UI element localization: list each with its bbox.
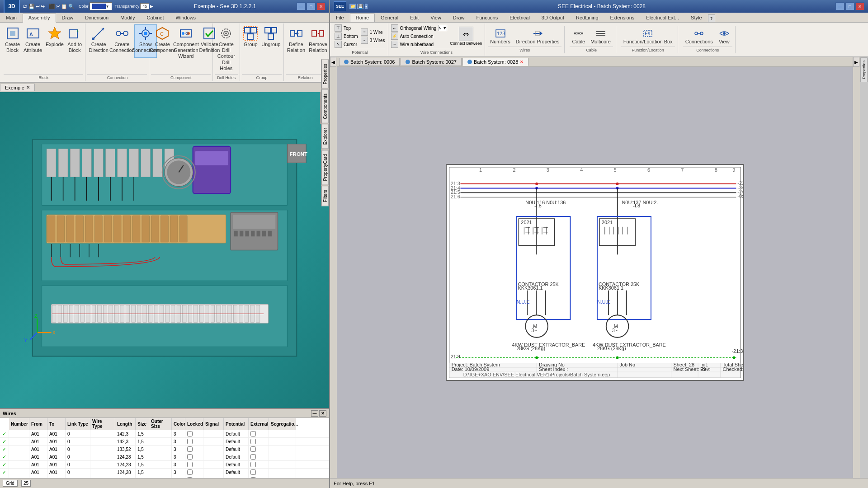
explorer-tab[interactable]: Explorer bbox=[321, 124, 329, 149]
create-connection-button[interactable]: Create Connection bbox=[111, 24, 133, 58]
toolbar-icon[interactable]: 🗂 bbox=[23, 4, 28, 9]
3d-viewport[interactable]: FRONT X Z Y ⊕ ⊞ bbox=[0, 92, 329, 408]
external-checkbox[interactable] bbox=[250, 431, 256, 436]
right-toolbar-expand[interactable]: ▼ bbox=[364, 3, 368, 9]
components-tab[interactable]: Components bbox=[321, 89, 329, 123]
ungroup-button[interactable]: Ungroup bbox=[260, 24, 282, 58]
external-checkbox[interactable] bbox=[250, 446, 256, 452]
create-direction-button[interactable]: Create Direction bbox=[87, 24, 109, 58]
max-button[interactable]: □ bbox=[307, 2, 316, 10]
wire-table-min[interactable]: — bbox=[311, 410, 318, 417]
properties-tab[interactable]: Properties bbox=[321, 60, 329, 89]
right-toolbar-icon2[interactable]: 💾 bbox=[357, 3, 364, 9]
remove-relation-button[interactable]: Remove Relation bbox=[307, 24, 329, 58]
help-icon[interactable]: ? bbox=[708, 14, 715, 23]
toolbar-icon6[interactable]: ✂ bbox=[56, 4, 60, 9]
connect-between-button[interactable]: ⇔ Connect Between bbox=[450, 27, 482, 46]
bottom-button[interactable]: ⊥ Bottom bbox=[335, 33, 358, 40]
tab-modify[interactable]: Modify bbox=[114, 14, 141, 22]
connections-button[interactable]: Connections bbox=[683, 27, 715, 46]
cable-button[interactable]: Cable bbox=[570, 27, 587, 46]
func-loc-box-button[interactable]: F/L Function/Location Box bbox=[621, 27, 675, 46]
add-to-block-button[interactable]: + Add to Block bbox=[66, 24, 84, 58]
external-checkbox[interactable] bbox=[250, 469, 256, 475]
toolbar-icon5[interactable]: ⬛ bbox=[49, 4, 55, 9]
explode-button[interactable]: Explode bbox=[44, 24, 65, 58]
tab-home[interactable]: Home bbox=[350, 14, 375, 23]
grid-button[interactable]: Grid bbox=[3, 480, 18, 487]
tab-draw[interactable]: Draw bbox=[56, 14, 80, 22]
external-checkbox[interactable] bbox=[250, 462, 256, 467]
min-button[interactable]: — bbox=[297, 2, 306, 10]
external-checkbox[interactable] bbox=[250, 439, 256, 444]
external-checkbox[interactable] bbox=[250, 454, 256, 460]
cursor-button[interactable]: ↖ Cursor bbox=[335, 41, 358, 48]
3wires-button[interactable]: ≡ 3 Wires bbox=[361, 37, 385, 44]
propertycard-tab[interactable]: PropertyCard bbox=[321, 150, 329, 185]
toolbar-icon4[interactable]: ↪ bbox=[41, 4, 45, 9]
locked-checkbox[interactable] bbox=[187, 454, 193, 460]
tab-general[interactable]: General bbox=[375, 14, 404, 22]
tab-draw[interactable]: Draw bbox=[447, 14, 471, 22]
filters-tab[interactable]: Filters bbox=[321, 186, 329, 206]
create-drill-button[interactable]: Create Drill Contour Drill Holes bbox=[215, 24, 237, 73]
create-attribute-button[interactable]: A Create Attribute bbox=[22, 24, 43, 58]
define-relation-button[interactable]: Define Relation bbox=[286, 24, 307, 58]
toolbar-icon8[interactable]: 🔍 bbox=[68, 4, 75, 9]
close-button[interactable]: ✕ bbox=[316, 2, 326, 10]
tab-dimension[interactable]: Dimension bbox=[79, 14, 114, 22]
group-button[interactable]: Group bbox=[242, 24, 259, 58]
tab-main[interactable]: Main bbox=[0, 14, 23, 22]
color-dropdown[interactable]: ▼ bbox=[90, 2, 112, 10]
auto-connection-button[interactable]: ⚡ Auto Connection bbox=[391, 33, 448, 40]
locked-checkbox[interactable] bbox=[187, 446, 193, 452]
tab-functions[interactable]: Functions bbox=[471, 14, 504, 22]
nav-right[interactable]: ▶ bbox=[853, 57, 859, 67]
toolbar-icon7[interactable]: 📋 bbox=[61, 4, 67, 9]
orthogonal-wiring-button[interactable]: ⌐ Orthogonal Wiring N ▼ bbox=[391, 24, 448, 32]
locked-checkbox[interactable] bbox=[187, 431, 193, 436]
toolbar-icon3[interactable]: ↩ bbox=[36, 4, 40, 9]
tab-assembly[interactable]: Assembly bbox=[23, 14, 56, 23]
view-button[interactable]: View bbox=[716, 27, 732, 46]
example-tab[interactable]: Exemple ✕ bbox=[0, 84, 35, 91]
tab-view[interactable]: View bbox=[425, 14, 447, 22]
create-block-button[interactable]: Create Block bbox=[4, 24, 21, 58]
grid-value[interactable]: 25 bbox=[21, 480, 31, 487]
tab-elec-ext[interactable]: Electrical Ext... bbox=[640, 14, 685, 22]
right-max[interactable]: □ bbox=[845, 2, 854, 10]
comp-gen-wizard-button[interactable]: ⚙ Component Generation Wizard bbox=[175, 24, 197, 61]
1wire-button[interactable]: ━ 1 Wire bbox=[361, 28, 385, 36]
right-close[interactable]: ✕ bbox=[855, 2, 864, 10]
top-button[interactable]: ⊤ Top bbox=[335, 24, 358, 32]
multicore-button[interactable]: Multicore bbox=[588, 27, 613, 46]
toolbar-expand[interactable]: ▶ bbox=[150, 4, 153, 9]
locked-checkbox[interactable] bbox=[187, 439, 193, 444]
locked-checkbox[interactable] bbox=[187, 462, 193, 467]
right-toolbar-icon1[interactable]: 📁 bbox=[349, 3, 356, 9]
tab-windows[interactable]: Windows bbox=[170, 14, 202, 22]
schematic-area[interactable]: 12 34 56 789 21:321:4 21:521:6 bbox=[337, 67, 853, 478]
sheet-tab-0006[interactable]: Batch System: 0006 bbox=[339, 58, 400, 66]
transparency-input[interactable]: 45 bbox=[140, 3, 149, 9]
properties-vert-tab[interactable]: Properties bbox=[860, 57, 868, 82]
toolbar-icon2[interactable]: 💾 bbox=[28, 4, 35, 9]
wire-table-close[interactable]: ✕ bbox=[319, 410, 326, 417]
right-min[interactable]: — bbox=[835, 2, 844, 10]
tab-file[interactable]: File bbox=[330, 14, 350, 22]
locked-checkbox[interactable] bbox=[187, 469, 193, 475]
tab-style[interactable]: Style bbox=[685, 14, 708, 22]
nav-left[interactable]: ◀ bbox=[330, 57, 336, 67]
tab-extensions[interactable]: Extensions bbox=[604, 14, 641, 22]
tab-edit[interactable]: Edit bbox=[404, 14, 425, 22]
create-component-button[interactable]: C Create Component bbox=[151, 24, 174, 58]
tab-electrical[interactable]: Electrical bbox=[504, 14, 536, 22]
tab-close-icon[interactable]: ✕ bbox=[26, 85, 30, 90]
sheet-tab-0027[interactable]: Batch System: 0027 bbox=[401, 58, 461, 66]
orth-dropdown[interactable]: N ▼ bbox=[438, 25, 447, 31]
tab-cabinet[interactable]: Cabinet bbox=[141, 14, 170, 22]
direction-properties-button[interactable]: Direction Properties bbox=[514, 27, 562, 46]
wire-rubberband-button[interactable]: ~ Wire rubberband bbox=[391, 41, 448, 48]
numbers-button[interactable]: 123 Numbers bbox=[488, 27, 513, 46]
sheet-tab-close[interactable]: ✕ bbox=[520, 60, 524, 64]
